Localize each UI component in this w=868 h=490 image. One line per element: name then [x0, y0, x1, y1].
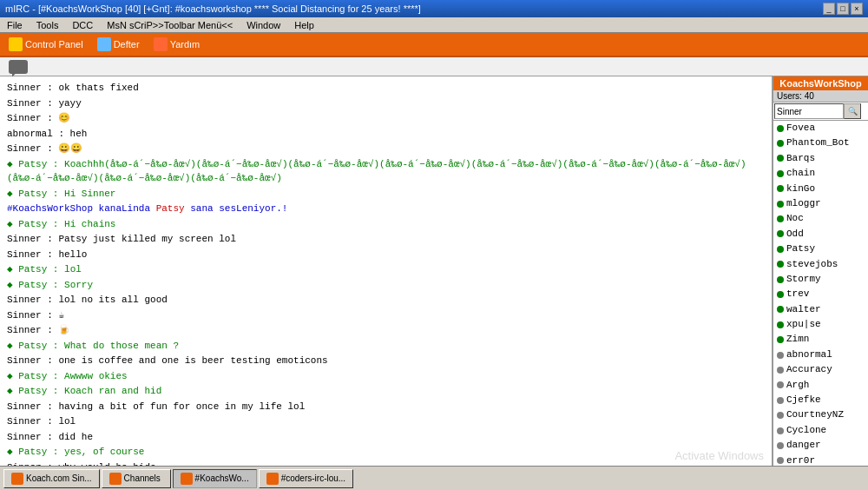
- menu-help[interactable]: Help: [291, 20, 318, 30]
- user-status-dot: [777, 367, 784, 374]
- user-name-label: chain: [786, 167, 815, 180]
- taskbar-coders-button[interactable]: #coders-irc-lou...: [259, 469, 353, 488]
- user-status-dot: [777, 201, 784, 208]
- user-list-item[interactable]: stevejobs: [773, 257, 868, 272]
- maximize-button[interactable]: □: [837, 3, 849, 15]
- user-name-label: trev: [786, 288, 809, 301]
- chat-line: Sinner : ok thats fixed: [7, 81, 765, 96]
- user-list-item[interactable]: Cjefke: [773, 393, 868, 407]
- user-search-input[interactable]: [774, 103, 844, 119]
- user-name-label: Phantom_Bot: [786, 136, 850, 149]
- user-list-item[interactable]: xpu|se: [773, 317, 868, 332]
- chat-line: Sinner : Patsy just killed my screen lol: [7, 232, 765, 247]
- yardim-button[interactable]: Yardım: [148, 36, 206, 53]
- user-list-item[interactable]: trev: [773, 287, 868, 301]
- user-status-dot: [777, 457, 784, 464]
- user-list-item[interactable]: Argh: [773, 378, 868, 393]
- user-name-label: Stormy: [786, 273, 821, 286]
- chat-line: Sinner : did he: [7, 430, 765, 445]
- yardim-icon: [154, 37, 168, 51]
- chat-line: ◆ Patsy : What do those mean ?: [7, 339, 765, 354]
- chat-line: Sinner : yayy: [7, 96, 765, 111]
- user-name-label: Cyclone: [786, 424, 826, 437]
- taskbar-channels-button[interactable]: Channels: [102, 469, 171, 488]
- menu-bar: File Tools DCC MsN sCriP>>Toolbar Menü<<…: [0, 17, 868, 33]
- user-name-label: Argh: [786, 379, 809, 392]
- user-list-item[interactable]: Stormy: [773, 272, 868, 287]
- user-list-item[interactable]: Phantom_Bot: [773, 136, 868, 150]
- channel-name: KoachsWorkShop: [773, 76, 868, 90]
- user-status-dot: [777, 306, 784, 313]
- chat-area[interactable]: Sinner : ok thats fixed Sinner : yayy Si…: [0, 76, 773, 466]
- user-search-button[interactable]: 🔍: [844, 103, 861, 119]
- user-name-label: Noc: [786, 212, 804, 225]
- user-status-dot: [777, 336, 784, 343]
- user-status-dot: [777, 427, 784, 434]
- user-list-item[interactable]: Cyclone: [773, 423, 868, 438]
- defter-button[interactable]: Defter: [92, 36, 145, 53]
- user-list-item[interactable]: Patsy: [773, 242, 868, 256]
- user-list-item[interactable]: Zimn: [773, 332, 868, 347]
- chat-line: ◆ Patsy : yes, of course: [7, 445, 765, 460]
- chat-line: Sinner : 😀😀: [7, 142, 765, 156]
- user-status-dot: [777, 412, 784, 419]
- user-list-item[interactable]: danger: [773, 438, 868, 453]
- user-status-dot: [777, 170, 784, 177]
- user-list-item[interactable]: Odd: [773, 227, 868, 242]
- control-panel-button[interactable]: Control Panel: [3, 36, 89, 53]
- user-status-dot: [777, 185, 784, 192]
- taskbar-koachswo-button[interactable]: #KoachsWo...: [173, 469, 257, 488]
- user-list-item[interactable]: Noc: [773, 211, 868, 226]
- close-button[interactable]: ×: [851, 3, 863, 15]
- chat-line: ◆ Patsy : Hi chains: [7, 217, 765, 232]
- user-list-item[interactable]: kinGo: [773, 182, 868, 196]
- minimize-button[interactable]: _: [823, 3, 835, 15]
- user-name-label: stevejobs: [786, 258, 838, 271]
- user-list-item[interactable]: Barqs: [773, 151, 868, 166]
- subtoolbar: [0, 57, 868, 76]
- chat-line: Sinner : 😊: [7, 111, 765, 126]
- user-list-item[interactable]: err0r: [773, 454, 868, 466]
- menu-tools[interactable]: Tools: [33, 20, 62, 30]
- chat-line: ◆ Patsy : Sorry: [7, 278, 765, 293]
- user-name-label: walter: [786, 303, 821, 316]
- user-status-dot: [777, 291, 784, 298]
- user-list-item[interactable]: mloggr: [773, 196, 868, 211]
- user-list[interactable]: FoveaPhantom_BotBarqschainkinGomloggrNoc…: [773, 121, 868, 466]
- user-search-box: 🔍: [773, 103, 868, 121]
- user-name-label: Barqs: [786, 152, 815, 165]
- chat-line: ◆ Patsy : Koach ran and hid: [7, 384, 765, 399]
- title-controls[interactable]: _ □ ×: [823, 3, 863, 15]
- user-list-item[interactable]: chain: [773, 166, 868, 181]
- taskbar: Koach.com Sin... Channels #KoachsWo... #…: [0, 466, 868, 490]
- user-status-dot: [777, 230, 784, 237]
- chat-line: Sinner : having a bit of fun for once in…: [7, 400, 765, 414]
- menu-window[interactable]: Window: [243, 20, 284, 30]
- main-content: Sinner : ok thats fixed Sinner : yayy Si…: [0, 76, 868, 466]
- chat-line: Sinner : ☕: [7, 308, 765, 323]
- user-status-dot: [777, 442, 784, 449]
- user-list-item[interactable]: Accuracy: [773, 362, 868, 377]
- title-bar: mIRC - [#KoachsWorkShop [40] [+Gnt]: #ko…: [0, 0, 868, 17]
- speech-bubble-icon[interactable]: [9, 60, 28, 74]
- chat-line: Sinner : 🍺: [7, 323, 765, 338]
- user-status-dot: [777, 246, 784, 253]
- taskbar-coders-icon: [266, 473, 279, 485]
- menu-msn[interactable]: MsN sCriP>>Toolbar Menü<<: [103, 20, 236, 30]
- user-name-label: mloggr: [786, 197, 821, 210]
- user-list-item[interactable]: abnormal: [773, 348, 868, 362]
- taskbar-koach-icon: [11, 473, 23, 485]
- user-list-item[interactable]: Fovea: [773, 121, 868, 136]
- user-status-dot: [777, 140, 784, 147]
- user-list-item[interactable]: walter: [773, 302, 868, 317]
- user-name-label: CourtneyNZ: [786, 408, 844, 421]
- taskbar-koach-button[interactable]: Koach.com Sin...: [3, 469, 100, 488]
- menu-file[interactable]: File: [3, 20, 26, 30]
- menu-dcc[interactable]: DCC: [69, 20, 96, 30]
- user-status-dot: [777, 276, 784, 283]
- chat-line: ◆ Patsy : Hi Sinner: [7, 187, 765, 202]
- user-status-dot: [777, 155, 784, 162]
- user-status-dot: [777, 215, 784, 222]
- user-list-item[interactable]: CourtneyNZ: [773, 407, 868, 422]
- taskbar-koachswo-icon: [181, 473, 193, 485]
